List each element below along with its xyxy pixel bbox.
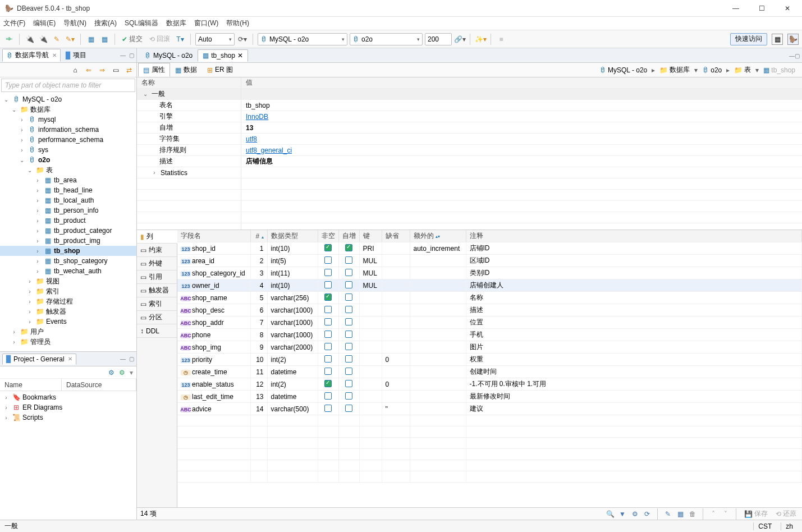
add-icon[interactable]: ▦ bbox=[676, 510, 685, 519]
maximize-icon[interactable]: ▢ bbox=[795, 53, 800, 59]
close-icon[interactable]: ✕ bbox=[52, 52, 57, 58]
close-button[interactable]: ✕ bbox=[780, 3, 795, 14]
settings-icon[interactable]: ⚙ bbox=[630, 510, 639, 519]
menu-search[interactable]: 搜索(A) bbox=[94, 19, 117, 28]
minimize-button[interactable]: — bbox=[728, 3, 744, 14]
column-row[interactable]: ◷last_edit_time13datetime最新修改时间 bbox=[177, 391, 802, 403]
nav-collapse-icon[interactable]: ▭ bbox=[111, 65, 121, 75]
sql-script-icon[interactable]: ✎▾ bbox=[65, 34, 76, 45]
subtab-properties[interactable]: ▤属性 bbox=[138, 63, 170, 77]
menu-sqleditor[interactable]: SQL编辑器 bbox=[125, 19, 158, 28]
link-icon[interactable]: 🔗▾ bbox=[454, 34, 465, 45]
sql-editor-icon[interactable]: ✎ bbox=[51, 34, 62, 45]
database-tree[interactable]: ⌄🛢MySQL - o2o ⌄📁数据库 ›🛢mysql ›🛢informatio… bbox=[0, 93, 136, 351]
column-row[interactable]: 123shop_category_id3int(11)MUL类别ID bbox=[177, 267, 802, 279]
minimize-icon[interactable]: — bbox=[789, 53, 795, 59]
revert-button[interactable]: ⟲ 还原 bbox=[773, 509, 799, 519]
menu-edit[interactable]: 编辑(E) bbox=[33, 19, 56, 28]
menu-window[interactable]: 窗口(W) bbox=[194, 19, 218, 28]
delete-icon[interactable]: 🗑 bbox=[688, 510, 697, 519]
side-tab-index[interactable]: ▭索引 bbox=[137, 297, 177, 311]
refresh-icon[interactable]: ⟳▾ bbox=[237, 34, 248, 45]
edit-icon[interactable]: ✎ bbox=[663, 510, 672, 519]
stop-icon[interactable]: ■ bbox=[496, 34, 507, 45]
wand-icon[interactable]: ✨▾ bbox=[475, 34, 486, 45]
sort-asc-icon[interactable]: ▴ bbox=[262, 235, 264, 240]
breadcrumb: 🛢MySQL - o2o▸ 📁数据库▾ 🛢o2o▸ 📁表▾ ▦tb_shop bbox=[597, 64, 801, 76]
minimize-icon[interactable]: — bbox=[120, 52, 126, 58]
close-icon[interactable]: ✕ bbox=[237, 52, 243, 59]
new-connection-icon[interactable]: ⬲ bbox=[3, 34, 15, 45]
perspective-icon2[interactable]: 🦫 bbox=[787, 34, 799, 45]
limit-input[interactable]: 200 bbox=[425, 33, 452, 45]
rollback-button[interactable]: ⟲回滚 bbox=[147, 34, 172, 44]
column-row[interactable]: ABCphone8varchar(1000)手机 bbox=[177, 329, 802, 341]
project-tree[interactable]: ›🔖Bookmarks ›⊞ER Diagrams ›📜Scripts bbox=[0, 391, 136, 520]
refresh-icon[interactable]: ⟳ bbox=[643, 510, 652, 519]
column-row[interactable]: 123enable_status12int(2)0-1.不可用 0.审核中 1.… bbox=[177, 378, 802, 391]
column-row[interactable]: 123priority10int(2)0权重 bbox=[177, 354, 802, 366]
column-row[interactable]: ◷create_time11datetime创建时间 bbox=[177, 366, 802, 378]
search-icon[interactable]: 🔍 bbox=[606, 510, 615, 519]
connect-icon[interactable]: 🔌 bbox=[24, 34, 35, 45]
maximize-icon[interactable]: ▢ bbox=[129, 356, 134, 362]
nav-filter-input[interactable]: Type part of object name to filter bbox=[1, 79, 135, 92]
subtab-er[interactable]: ⊞ER 图 bbox=[202, 63, 238, 77]
filter-icon[interactable]: ▼ bbox=[618, 510, 627, 519]
column-row[interactable]: 123area_id2int(5)MUL区域ID bbox=[177, 255, 802, 267]
subtab-data[interactable]: ▦数据 bbox=[170, 63, 202, 77]
commit-button[interactable]: ✔提交 bbox=[120, 34, 145, 44]
nav-tab-project[interactable]: ▉项目 bbox=[62, 49, 90, 62]
maximize-button[interactable]: ☐ bbox=[754, 3, 769, 14]
nav-tab-dbnav[interactable]: 🛢数据库导航✕ bbox=[2, 49, 61, 62]
disconnect-icon[interactable]: 🔌 bbox=[38, 34, 49, 45]
project-col-name[interactable]: Name bbox=[0, 379, 62, 391]
menu-help[interactable]: 帮助(H) bbox=[226, 19, 249, 28]
properties-grid[interactable]: 名称值 ⌄一般 表名tb_shop 引擎InnoDB 自增13 字符集utf8 … bbox=[137, 77, 802, 230]
auto-combo[interactable]: Auto▾ bbox=[195, 33, 235, 45]
tool-icon2[interactable]: ▦ bbox=[99, 34, 110, 45]
close-icon[interactable]: ✕ bbox=[68, 356, 72, 362]
menu-icon[interactable]: ▾ bbox=[130, 369, 133, 377]
column-row[interactable]: ABCshop_name5varchar(256)名称 bbox=[177, 292, 802, 304]
column-row[interactable]: 123shop_id1int(10)PRIauto_increment店铺ID bbox=[177, 242, 802, 255]
columns-grid[interactable]: 字段名 # ▴ 数据类型 非空 自增 键 缺省 额外的 ▴▾ 注释 123sho… bbox=[177, 230, 802, 507]
menu-file[interactable]: 文件(F) bbox=[3, 19, 25, 28]
txn-icon[interactable]: T▾ bbox=[175, 34, 186, 45]
maximize-icon[interactable]: ▢ bbox=[129, 52, 134, 58]
editor-tab-connection[interactable]: 🛢MySQL - o2o bbox=[139, 49, 198, 62]
sort-asc-icon[interactable]: ▴▾ bbox=[436, 234, 440, 239]
nav-fwd-icon[interactable]: ⇒ bbox=[97, 65, 107, 75]
menu-navigate[interactable]: 导航(N) bbox=[63, 19, 86, 28]
quick-access[interactable]: 快速访问 bbox=[730, 33, 767, 45]
project-col-ds[interactable]: DataSource bbox=[62, 379, 136, 391]
side-tab-fk[interactable]: ▭外键 bbox=[137, 257, 177, 270]
nav-home-icon[interactable]: ⌂ bbox=[70, 65, 80, 75]
side-tab-ref[interactable]: ▭引用 bbox=[137, 270, 177, 284]
side-tab-constraints[interactable]: ▭约束 bbox=[137, 244, 177, 257]
project-tab[interactable]: ▉Project - General✕ bbox=[2, 354, 76, 365]
tool-icon1[interactable]: ▦ bbox=[85, 34, 97, 45]
minimize-icon[interactable]: — bbox=[120, 356, 126, 362]
column-row[interactable]: ABCshop_img9varchar(2000)图片 bbox=[177, 341, 802, 354]
up-icon[interactable]: ˄ bbox=[709, 510, 718, 519]
side-tab-columns[interactable]: ▮列 bbox=[137, 230, 177, 244]
column-row[interactable]: 123owner_id4int(10)MUL店铺创建人 bbox=[177, 279, 802, 292]
side-tab-triggers[interactable]: ▭触发器 bbox=[137, 284, 177, 297]
nav-link-icon[interactable]: ⇄ bbox=[124, 65, 134, 75]
gear-icon[interactable]: ⚙ bbox=[108, 369, 114, 377]
perspective-icon1[interactable]: ▦ bbox=[772, 34, 783, 45]
database-combo[interactable]: 🛢o2o▾ bbox=[350, 33, 423, 45]
save-button[interactable]: 💾 保存 bbox=[742, 509, 770, 519]
connection-combo[interactable]: 🛢MySQL - o2o▾ bbox=[258, 33, 347, 45]
menu-database[interactable]: 数据库 bbox=[166, 19, 186, 28]
config-icon[interactable]: ⚙ bbox=[119, 369, 125, 377]
down-icon[interactable]: ˅ bbox=[721, 510, 730, 519]
side-tab-ddl[interactable]: ↕DDL bbox=[137, 324, 177, 338]
column-row[interactable]: ABCshop_desc6varchar(1000)描述 bbox=[177, 304, 802, 317]
nav-back-icon[interactable]: ⇐ bbox=[84, 65, 94, 75]
column-row[interactable]: ABCshop_addr7varchar(1000)位置 bbox=[177, 317, 802, 329]
side-tab-partition[interactable]: ▭分区 bbox=[137, 311, 177, 324]
editor-tab-tbshop[interactable]: ▦tb_shop✕ bbox=[198, 49, 248, 62]
column-row[interactable]: ABCadvice14varchar(500)''建议 bbox=[177, 403, 802, 415]
